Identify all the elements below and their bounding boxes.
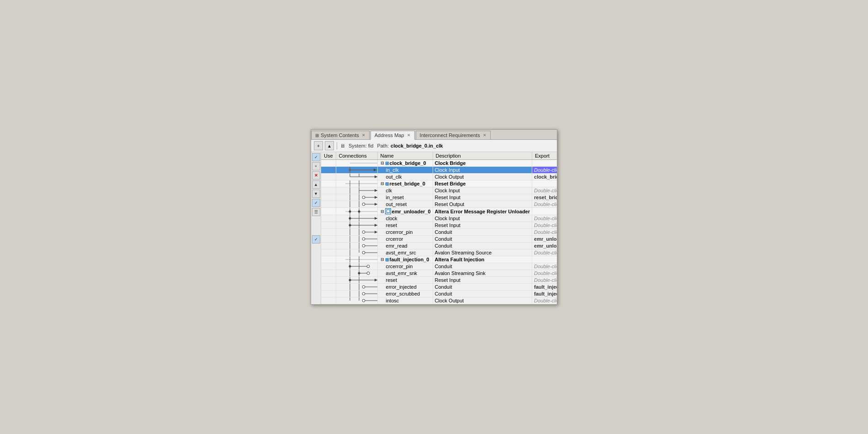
name-cell[interactable]: ⊟⊞fault_injection_0	[377, 256, 433, 263]
name-cell[interactable]: clock	[377, 215, 433, 222]
export-cell[interactable]: fault_injection_0_error_scrubbed	[532, 291, 557, 297]
tab-address-map[interactable]: Address Map ✕	[370, 131, 415, 140]
table-row[interactable]: resetReset InputDouble-click to export	[321, 222, 557, 229]
tab-system-contents[interactable]: ⊞ System Contents ✕	[311, 131, 370, 139]
tab-address-map-close[interactable]: ✕	[407, 133, 411, 138]
table-row[interactable]: clockClock InputDouble-click to export	[321, 215, 557, 222]
table-row[interactable]: out_clkClock Outputclock_bridge_0_out_cl…	[321, 174, 557, 180]
use-cell	[321, 277, 336, 284]
export-cell[interactable]: Double-click to export	[532, 201, 557, 208]
table-row[interactable]: error_scrubbedConduitfault_injection_0_e…	[321, 291, 557, 297]
connections-cell	[336, 215, 377, 222]
toolbar-nav-btn[interactable]: ▲	[325, 141, 334, 150]
svg-point-48	[362, 238, 365, 240]
name-cell[interactable]: crcerror_pin	[377, 263, 433, 270]
export-cell[interactable]: Double-click to export	[532, 167, 557, 174]
table-row[interactable]: ⊟☐emr_unloader_0Altera Error Message Reg…	[321, 208, 557, 215]
table-row[interactable]: ⊟⊞clock_bridge_0Clock Bridge	[321, 160, 557, 167]
side-btn-check2[interactable]: ✓	[312, 199, 320, 207]
row-name-label: fault_injection_0	[390, 257, 429, 262]
name-cell[interactable]: avst_emr_src	[377, 249, 433, 256]
tab-interconnect-requirements[interactable]: Interconnect Requirements ✕	[416, 131, 491, 139]
side-btn-check3[interactable]: ✓	[312, 235, 320, 243]
export-cell[interactable]: reset_bridge_0_in_reset	[532, 194, 557, 201]
name-cell[interactable]: clk	[377, 187, 433, 194]
side-btn-use[interactable]: ✓	[312, 153, 320, 161]
tab-interconnect-requirements-close[interactable]: ✕	[483, 133, 487, 138]
svg-point-18	[362, 196, 365, 199]
name-cell[interactable]: error_injected	[377, 284, 433, 291]
side-btn-down[interactable]: ▼	[312, 190, 320, 198]
export-cell[interactable]	[532, 160, 557, 167]
table-row[interactable]: out_resetReset OutputDouble-click to exp…	[321, 201, 557, 208]
side-btn-menu[interactable]: ☰	[312, 208, 320, 216]
name-cell[interactable]: ⊟☐emr_unloader_0	[377, 208, 433, 215]
side-btn-up[interactable]: ▲	[312, 180, 320, 189]
table-row[interactable]: crcerror_pinConduitDouble-click to expor…	[321, 229, 557, 236]
table-row[interactable]: intoscClock OutputDouble-click to export	[321, 297, 557, 304]
table-row[interactable]: in_clkClock InputDouble-click to export	[321, 167, 557, 174]
connections-cell	[336, 291, 377, 297]
toolbar-add-btn[interactable]: +	[314, 141, 323, 150]
name-cell[interactable]: intosc	[377, 297, 433, 304]
table-row[interactable]: emr_readConduitemr_unloader_0_emr_read	[321, 243, 557, 249]
export-cell[interactable]: Double-click to export	[532, 277, 557, 284]
expand-icon[interactable]: ⊟	[381, 257, 384, 262]
name-cell[interactable]: emr_read	[377, 243, 433, 249]
export-cell[interactable]: Double-click to export	[532, 187, 557, 194]
table-row[interactable]: ⊟⊞fault_injection_0Altera Fault Injectio…	[321, 256, 557, 263]
table-row[interactable]: crcerror_pinConduitDouble-click to expor…	[321, 263, 557, 270]
name-cell[interactable]: crcerror	[377, 236, 433, 243]
connections-cell	[336, 236, 377, 243]
name-cell[interactable]: reset	[377, 222, 433, 229]
use-cell	[321, 291, 336, 297]
export-cell[interactable]: Double-click to export	[532, 270, 557, 277]
connections-cell	[336, 263, 377, 270]
table-row[interactable]: clkClock InputDouble-click to export	[321, 187, 557, 194]
expand-icon[interactable]: ⊟	[381, 181, 384, 186]
connections-cell	[336, 201, 377, 208]
side-btn-remove[interactable]: ✕	[312, 171, 320, 180]
table-row[interactable]: error_injectedConduitfault_injection_0_e…	[321, 284, 557, 291]
name-cell[interactable]: ⊟⊞clock_bridge_0	[377, 160, 433, 167]
name-cell[interactable]: out_reset	[377, 201, 433, 208]
use-cell	[321, 243, 336, 249]
table-row[interactable]: ⊟⊞reset_bridge_0Reset Bridge	[321, 180, 557, 187]
export-cell[interactable]: Double-click to export	[532, 215, 557, 222]
name-cell[interactable]: reset	[377, 277, 433, 284]
name-cell[interactable]: out_clk	[377, 174, 433, 180]
expand-icon[interactable]: ⊟	[381, 209, 384, 214]
table-row[interactable]: crcerrorConduitemr_unloader_0_crcerror	[321, 236, 557, 243]
name-cell[interactable]: in_clk	[377, 167, 433, 174]
connections-cell	[336, 174, 377, 180]
export-cell[interactable]	[532, 256, 557, 263]
col-export: Export	[532, 152, 557, 160]
export-cell[interactable]: clock_bridge_0_out_clk	[532, 174, 557, 180]
use-cell	[321, 263, 336, 270]
svg-marker-20	[375, 196, 377, 199]
export-cell[interactable]: Double-click to export	[532, 229, 557, 236]
name-cell[interactable]: avst_emr_snk	[377, 270, 433, 277]
tab-system-contents-close[interactable]: ✕	[362, 133, 365, 138]
name-cell[interactable]: ⊟⊞reset_bridge_0	[377, 180, 433, 187]
export-cell[interactable]: Double-click to export	[532, 263, 557, 270]
export-cell[interactable]: Double-click to export	[532, 249, 557, 256]
table-row[interactable]: resetReset InputDouble-click to export	[321, 277, 557, 284]
export-cell[interactable]: Double-click to export	[532, 222, 557, 229]
name-cell[interactable]: in_reset	[377, 194, 433, 201]
table-row[interactable]: in_resetReset Inputreset_bridge_0_in_res…	[321, 194, 557, 201]
name-cell[interactable]: error_scrubbed	[377, 291, 433, 297]
table-row[interactable]: avst_emr_srcAvalon Streaming SourceDoubl…	[321, 249, 557, 256]
export-cell[interactable]	[532, 180, 557, 187]
export-cell[interactable]	[532, 208, 557, 215]
export-cell[interactable]: fault_injection_0_error_injected	[532, 284, 557, 291]
side-btn-add[interactable]: +	[312, 162, 320, 170]
table-row[interactable]: avst_emr_snkAvalon Streaming SinkDouble-…	[321, 270, 557, 277]
expand-icon[interactable]: ⊟	[381, 161, 384, 165]
export-cell[interactable]: emr_unloader_0_emr_read	[532, 243, 557, 249]
export-cell[interactable]: emr_unloader_0_crcerror	[532, 236, 557, 243]
name-cell[interactable]: crcerror_pin	[377, 229, 433, 236]
row-name-label: reset	[386, 277, 397, 283]
connections-cell	[336, 167, 377, 174]
export-cell[interactable]: Double-click to export	[532, 297, 557, 304]
